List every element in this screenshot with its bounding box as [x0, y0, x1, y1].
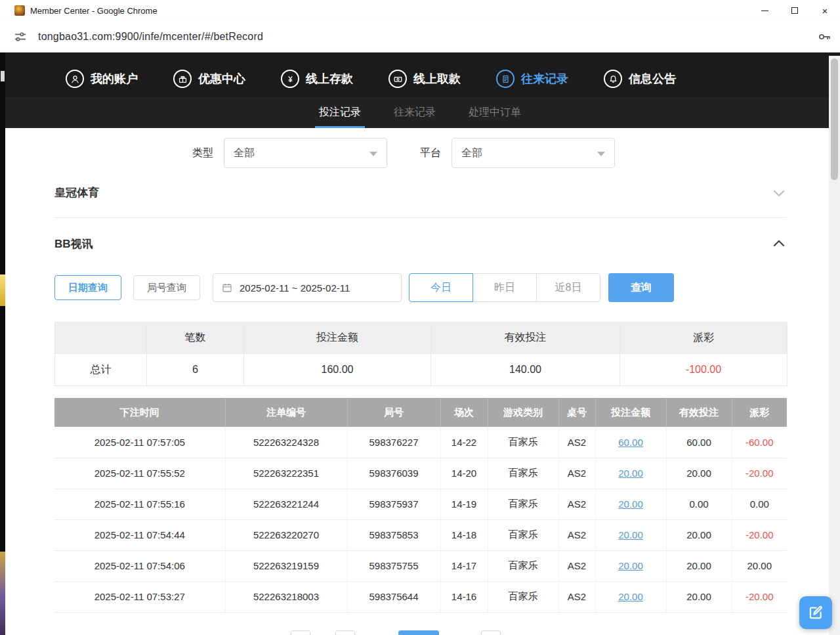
- order-cell: 522263224328: [225, 427, 347, 458]
- button-label: 查询: [631, 281, 652, 295]
- chevron-down-icon[interactable]: [771, 185, 787, 201]
- bet-amount-link[interactable]: 20.00: [618, 468, 643, 479]
- quick-date-group: 今日 昨日 近8日: [409, 273, 600, 302]
- search-button[interactable]: 查询: [608, 273, 674, 302]
- chevron-up-icon[interactable]: [771, 236, 787, 252]
- nav-label: 线上取款: [413, 71, 461, 87]
- nav-item-promotions[interactable]: 优惠中心: [173, 70, 245, 88]
- nav-item-online-deposit[interactable]: 线上存款: [281, 70, 353, 88]
- game-cell: 百家乐: [488, 458, 558, 489]
- pagination-page-button[interactable]: 1: [398, 630, 439, 635]
- nav-item-announcements[interactable]: 信息公告: [604, 70, 676, 88]
- session-cell: 14-17: [440, 550, 488, 581]
- col-payout: 派彩: [732, 398, 787, 427]
- section-bb-video[interactable]: BB视讯: [54, 218, 787, 269]
- minimize-icon: [761, 11, 768, 11]
- nav-item-transaction-records[interactable]: 往来记录: [496, 70, 568, 88]
- pagination-next-button[interactable]: ›: [481, 630, 501, 635]
- round-query-button[interactable]: 局号查询: [133, 275, 200, 300]
- col-game-type: 游戏类别: [488, 398, 558, 427]
- table-row: 2025-02-11 07:53:27 522263218003 5983756…: [54, 581, 787, 612]
- today-button[interactable]: 今日: [409, 273, 473, 302]
- last-8-days-button[interactable]: 近8日: [536, 273, 600, 302]
- summary-count: 6: [147, 354, 244, 386]
- platform-filter-label: 平台: [420, 146, 441, 160]
- valid-bet-cell: 60.00: [666, 427, 732, 458]
- records-icon: [496, 70, 514, 88]
- payout-cell: 0.00: [732, 489, 787, 519]
- valid-bet-cell: 20.00: [666, 519, 732, 550]
- bet-time-cell: 2025-02-11 07:54:06: [54, 550, 225, 581]
- filter-row: 类型 全部 平台 全部: [54, 138, 787, 168]
- yesterday-button[interactable]: 昨日: [472, 273, 537, 302]
- col-valid-bet: 有效投注: [666, 398, 732, 427]
- round-cell: 598375853: [347, 519, 440, 550]
- button-label: 近8日: [555, 281, 582, 295]
- summary-row: 总计 6 160.00 140.00 -100.00: [55, 354, 788, 386]
- tab-transaction-records[interactable]: 往来记录: [391, 97, 438, 128]
- date-range-input[interactable]: 2025-02-11 ~ 2025-02-11: [213, 273, 402, 302]
- bet-amount-link[interactable]: 20.00: [618, 560, 643, 571]
- tab-label: 处理中订单: [469, 106, 521, 120]
- nav-item-online-withdraw[interactable]: 线上取款: [388, 70, 461, 88]
- valid-bet-cell: 20.00: [666, 550, 732, 581]
- tab-bet-records[interactable]: 投注记录: [316, 97, 364, 128]
- session-cell: 14-16: [440, 581, 488, 612]
- main-navigation: 我的账户 优惠中心 线上存款 线上取款 往来记录 信息公告: [0, 53, 840, 97]
- page-scrollbar[interactable]: [829, 56, 840, 635]
- nav-item-my-account[interactable]: 我的账户: [66, 70, 138, 88]
- type-select[interactable]: 全部: [224, 138, 387, 168]
- platform-select[interactable]: 全部: [452, 138, 615, 168]
- query-controls: 日期查询 局号查询 2025-02-11 ~ 2025-02-11 今日 昨日 …: [54, 273, 787, 302]
- date-query-button[interactable]: 日期查询: [54, 275, 121, 300]
- background-fragment: [1, 71, 5, 81]
- gift-icon: [173, 70, 192, 88]
- round-cell: 598375644: [347, 581, 440, 612]
- game-cell: 百家乐: [488, 550, 558, 581]
- table-header-row: 下注时间 注单编号 局号 场次 游戏类别 桌号 投注金额 有效投注 派彩: [54, 398, 787, 427]
- url-text[interactable]: tongbao31.com:9900/infe/mcenter/#/betRec…: [38, 31, 263, 43]
- tab-processing-orders[interactable]: 处理中订单: [466, 97, 524, 128]
- bet-time-cell: 2025-02-11 07:53:27: [54, 581, 225, 612]
- bet-amount-link[interactable]: 20.00: [618, 591, 643, 602]
- bet-amount-link[interactable]: 60.00: [618, 437, 643, 448]
- col-bet-time: 下注时间: [54, 398, 225, 427]
- site-info-icon[interactable]: [13, 30, 28, 44]
- table-row: 2025-02-11 07:54:06 522263219159 5983757…: [54, 550, 787, 581]
- table-cell: AS2: [558, 458, 595, 489]
- background-page-edge: [0, 53, 5, 635]
- scrollbar-thumb[interactable]: [831, 58, 838, 180]
- section-crown-sports[interactable]: 皇冠体育: [54, 168, 787, 218]
- pagination-first-button[interactable]: «: [291, 630, 310, 635]
- button-label: 日期查询: [68, 282, 108, 294]
- passkey-icon[interactable]: [816, 29, 832, 45]
- summary-header-bet: 投注金额: [244, 322, 431, 354]
- summary-payout: -100.00: [620, 354, 788, 386]
- bet-time-cell: 2025-02-11 07:57:05: [54, 427, 225, 458]
- record-tabs: 投注记录 往来记录 处理中订单: [0, 97, 840, 128]
- main-content: 类型 全部 平台 全部 皇冠体育 BB视讯 日期查询 局号查询: [54, 138, 787, 635]
- deposit-icon: [281, 70, 299, 88]
- withdraw-icon: [388, 70, 407, 88]
- game-cell: 百家乐: [488, 581, 558, 612]
- close-button[interactable]: ×: [810, 0, 840, 21]
- background-fragment: [0, 274, 5, 306]
- order-cell: 522263218003: [225, 581, 347, 612]
- compose-fab-button[interactable]: [799, 596, 832, 629]
- address-bar[interactable]: tongbao31.com:9900/infe/mcenter/#/betRec…: [0, 21, 840, 53]
- pagination-prev-button[interactable]: ‹: [335, 630, 355, 635]
- site-favicon: [14, 5, 25, 16]
- minimize-button[interactable]: [749, 0, 780, 21]
- nav-label: 优惠中心: [198, 71, 245, 87]
- bet-amount-link[interactable]: 20.00: [618, 529, 643, 540]
- tab-label: 投注记录: [319, 106, 361, 120]
- payout-cell: 20.00: [732, 550, 787, 581]
- order-cell: 522263222351: [225, 458, 347, 489]
- bet-amount-link[interactable]: 20.00: [618, 498, 643, 510]
- summary-total-label: 总计: [55, 354, 147, 386]
- summary-header-count: 笔数: [147, 322, 244, 354]
- table-cell: AS2: [558, 581, 595, 612]
- button-label: 今日: [430, 281, 452, 295]
- maximize-button[interactable]: [780, 0, 810, 21]
- platform-select-value: 全部: [461, 146, 482, 160]
